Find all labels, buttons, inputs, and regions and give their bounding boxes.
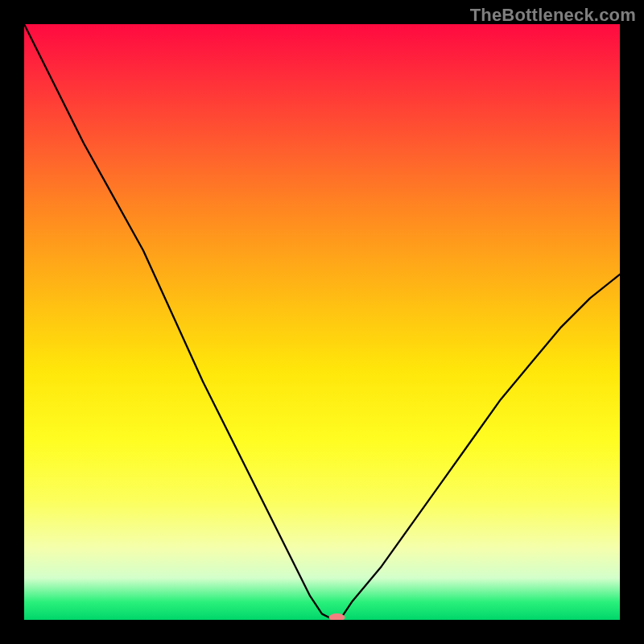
watermark-text: TheBottleneck.com <box>470 5 636 26</box>
plot-area <box>24 24 620 620</box>
chart-svg <box>24 24 620 620</box>
chart-frame: TheBottleneck.com <box>0 0 644 644</box>
bottleneck-curve <box>24 24 620 620</box>
